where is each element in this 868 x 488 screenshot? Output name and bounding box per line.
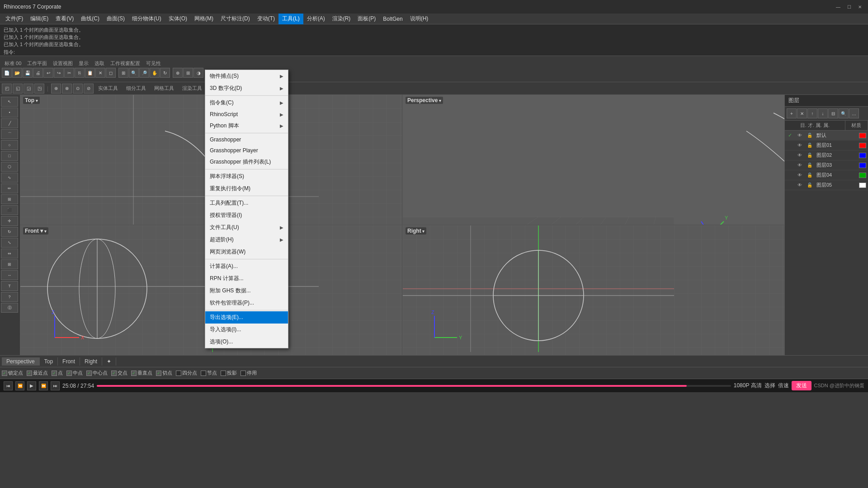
snap-perp[interactable]: 垂直点 [131, 370, 152, 376]
layer-row-05[interactable]: 👁 🔓 图层05 [785, 180, 868, 190]
tb-redo[interactable]: ↪ [54, 68, 64, 78]
menu-view[interactable]: 查看(V) [52, 14, 77, 24]
menu-surface[interactable]: 曲面(S) [103, 14, 128, 24]
layer-color-02[interactable] [859, 153, 866, 158]
end-button[interactable]: ⏭ [51, 381, 60, 390]
lt-select[interactable]: ↖ [1, 97, 18, 107]
tb-zoom-ext[interactable]: ⊞ [118, 68, 128, 78]
layer-row-02[interactable]: 👁 🔓 图层02 [785, 150, 868, 160]
viewport-right[interactable]: Y Z Right [403, 225, 784, 355]
layer-eye-default[interactable]: 👁 [795, 133, 805, 138]
maximize-button[interactable]: ☐ [844, 2, 854, 11]
tb-zoom-out[interactable]: 🔎 [139, 68, 149, 78]
dm-item-gh-player[interactable]: Grasshopper Player [205, 145, 288, 156]
viewport-perspective[interactable]: X Y Perspective [403, 95, 784, 225]
dm-item-export-opts[interactable]: 导出选项(E)... [205, 311, 288, 324]
lt-array[interactable]: ⊞ [1, 259, 18, 269]
panel-tb-delete[interactable]: ✕ [797, 108, 807, 118]
tb-solid1[interactable]: ◰ [2, 84, 12, 94]
dm-item-rhinoscript[interactable]: RhinoScript ▶ [205, 109, 288, 120]
minimize-button[interactable]: — [834, 2, 843, 11]
dm-item-calculator[interactable]: 计算器(A)... [205, 260, 288, 272]
snap-lockpoint[interactable]: 锁定点 [2, 370, 23, 376]
menu-mesh[interactable]: 网格(M) [191, 14, 217, 24]
vp-tab-add[interactable]: ✦ [102, 357, 116, 366]
play-button[interactable]: ⏮ [4, 381, 13, 390]
lt-circle[interactable]: ○ [1, 140, 18, 150]
lt-surface[interactable]: ⊞ [1, 194, 18, 204]
snap-tan[interactable]: 切点 [156, 370, 172, 376]
vp-tab-perspective[interactable]: Perspective [2, 357, 40, 366]
layer-color-05[interactable] [859, 183, 866, 188]
layer-eye-04[interactable]: 👁 [795, 173, 805, 178]
tb-open[interactable]: 📂 [12, 68, 22, 78]
dm-item-scriptball[interactable]: 脚本浮球器(S) [205, 170, 288, 183]
tb-zoom-in[interactable]: 🔍 [129, 68, 139, 78]
tb-save[interactable]: 💾 [23, 68, 33, 78]
layer-eye-01[interactable]: 👁 [795, 143, 805, 148]
tb-grid[interactable]: ⊞ [183, 68, 193, 78]
layer-eye-05[interactable]: 👁 [795, 183, 805, 188]
playback-button[interactable]: ▶ [27, 381, 36, 390]
tb-tool-b[interactable]: ⊗ [62, 84, 72, 94]
tb-print[interactable]: 🖨 [33, 68, 43, 78]
layer-lock-01[interactable]: 🔓 [805, 143, 815, 148]
menu-render[interactable]: 渲染(R) [329, 14, 354, 24]
cmd-input[interactable] [17, 49, 107, 56]
menu-boltgen[interactable]: BoltGen [379, 14, 406, 24]
layer-lock-03[interactable]: 🔓 [805, 163, 815, 168]
layer-color-04[interactable] [859, 173, 866, 178]
menu-dim[interactable]: 尺寸标注(D) [217, 14, 254, 24]
dm-item-license-mgr[interactable]: 授权管理器(I) [205, 209, 288, 221]
snap-center[interactable]: 中心点 [86, 370, 108, 376]
tb-rotate[interactable]: ↻ [160, 68, 170, 78]
layer-row-04[interactable]: 👁 🔓 图层04 [785, 170, 868, 180]
lt-point[interactable]: • [1, 108, 18, 117]
lt-line[interactable]: ╱ [1, 118, 18, 128]
snap-disable[interactable]: 停用 [241, 370, 257, 376]
lt-mirror[interactable]: ⇔ [1, 249, 18, 258]
lt-solid[interactable]: ⬛ [1, 205, 18, 215]
lt-scale[interactable]: ⤡ [1, 238, 18, 248]
panel-tb-more[interactable]: … [849, 108, 859, 118]
tb-snap[interactable]: ⊕ [173, 68, 183, 78]
snap-intersect[interactable]: 交点 [111, 370, 127, 376]
lt-rotate[interactable]: ↻ [1, 227, 18, 237]
progress-bar[interactable] [97, 385, 731, 387]
menu-curve[interactable]: 曲线(C) [77, 14, 103, 24]
tb-new[interactable]: 📄 [2, 68, 12, 78]
layer-eye-02[interactable]: 👁 [795, 153, 805, 158]
snap-midpoint[interactable]: 中点 [66, 370, 83, 376]
dm-item-import-opts[interactable]: 导入选项(I)... [205, 324, 288, 336]
menu-tools[interactable]: 工具(L) [278, 14, 303, 24]
next-button[interactable]: ⏩ [39, 381, 48, 390]
menu-solid[interactable]: 实体(O) [165, 14, 191, 24]
snap-point[interactable]: 点 [52, 370, 63, 376]
tb-select-all[interactable]: ◻ [106, 68, 116, 78]
layer-color-default[interactable] [859, 133, 866, 138]
layer-lock-04[interactable]: 🔓 [805, 173, 815, 178]
close-button[interactable]: ✕ [855, 2, 864, 11]
layer-check-default[interactable]: ✓ [785, 132, 795, 138]
viewport-top-label[interactable]: Top [23, 97, 40, 104]
lt-move[interactable]: ✛ [1, 216, 18, 226]
layer-row-01[interactable]: 👁 🔓 图层01 [785, 141, 868, 150]
dm-item-package-mgr[interactable]: 软件包管理器(P)... [205, 297, 288, 309]
prev-button[interactable]: ⏪ [15, 381, 24, 390]
layer-lock-02[interactable]: 🔓 [805, 153, 815, 158]
tb-tool-a[interactable]: ⊕ [51, 84, 61, 94]
share-button[interactable]: 发送 [792, 381, 811, 390]
tb-tool-c[interactable]: ⊙ [73, 84, 83, 94]
vp-tab-top[interactable]: Top [40, 357, 58, 366]
tb-pan[interactable]: ✋ [150, 68, 160, 78]
tb-cut[interactable]: ✂ [64, 68, 74, 78]
dm-item-options[interactable]: 选项(O)... [205, 336, 288, 348]
lt-arc[interactable]: ⌒ [1, 129, 18, 139]
lt-curve[interactable]: ∿ [1, 173, 18, 183]
dm-item-advanced[interactable]: 超进阶(H) ▶ [205, 234, 288, 246]
dm-item-snap[interactable]: 物件捕点(S) ▶ [205, 70, 288, 82]
dm-item-gh-plugins[interactable]: Grasshopper 插件列表(L) [205, 156, 288, 168]
dm-item-ghs[interactable]: 附加 GHS 数据... [205, 285, 288, 297]
layer-eye-03[interactable]: 👁 [795, 163, 805, 168]
panel-tb-move-up[interactable]: ↑ [807, 108, 817, 118]
